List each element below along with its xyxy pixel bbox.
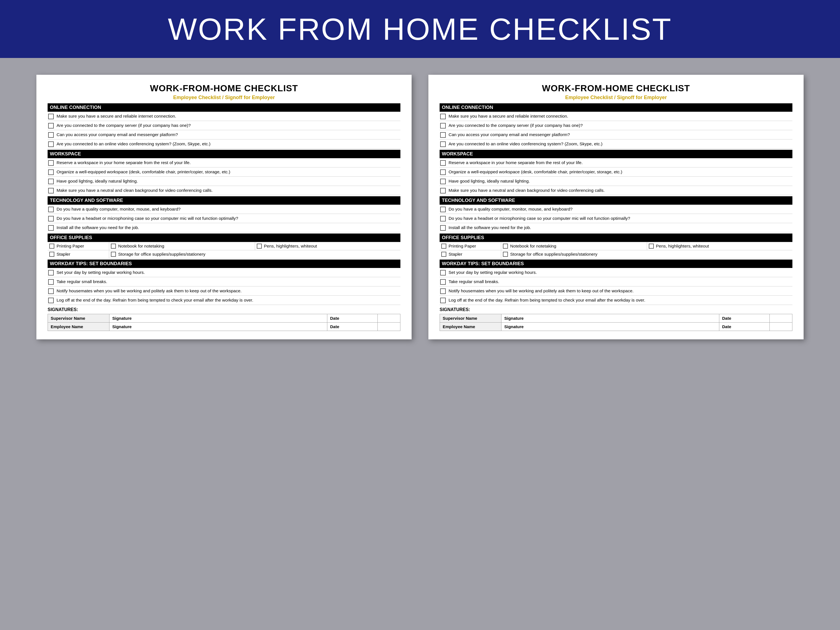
supply-label: Pens, highlighters, whiteout [656, 243, 709, 249]
supervisor-date-val [378, 314, 400, 322]
checklist-item: Take regular small breaks. [47, 277, 400, 286]
checkbox[interactable] [49, 243, 54, 249]
checkbox[interactable] [440, 216, 446, 221]
employee-name-label-2: Employee Name [443, 324, 475, 329]
office-supplies-row2-2: Stapler Storage for office supplies/supp… [440, 250, 793, 259]
item-text: Make sure you have a secure and reliable… [448, 113, 792, 119]
checklist-item: Set your day by setting regular working … [440, 268, 793, 277]
supply-label: Printing Paper [448, 243, 476, 249]
supply-label: Stapler [57, 252, 70, 257]
employee-sig-cell-2: Signature [502, 322, 719, 331]
checkbox[interactable] [440, 288, 446, 294]
checkbox[interactable] [257, 243, 262, 249]
item-text: Set your day by setting regular working … [448, 269, 792, 276]
item-text: Make sure you have a neutral and clean b… [57, 187, 400, 193]
checkbox[interactable] [48, 141, 54, 147]
section-header-workspace-1: WORKSPACE [47, 150, 400, 158]
checkbox[interactable] [49, 252, 54, 257]
checkbox[interactable] [48, 188, 54, 193]
checkbox[interactable] [440, 225, 446, 231]
checkbox[interactable] [440, 114, 446, 119]
checkbox[interactable] [503, 252, 508, 257]
employee-sig-label: Signature [112, 324, 132, 329]
checkbox[interactable] [48, 123, 54, 128]
checkbox[interactable] [111, 252, 116, 257]
checkbox[interactable] [48, 216, 54, 221]
checkbox[interactable] [503, 243, 508, 249]
checkbox[interactable] [440, 298, 446, 303]
checkbox[interactable] [48, 270, 54, 276]
os-cell: Notebook for notetaking [501, 242, 647, 250]
employee-date-label-2: Date [722, 324, 731, 329]
section-header-online-1: ONLINE CONNECTION [47, 103, 400, 112]
os-cell: Pens, highlighters, whiteout [255, 242, 401, 250]
checkbox[interactable] [440, 207, 446, 212]
employee-sig-cell: Signature [109, 322, 327, 331]
checkbox[interactable] [440, 160, 446, 166]
employee-date-label: Date [330, 324, 339, 329]
checklist-item: Are you connected to an online video con… [47, 139, 400, 149]
checklist-item: Do you have a headset or microphoning ca… [440, 214, 793, 223]
checkbox[interactable] [440, 270, 446, 276]
supply-label: Storage for office supplies/supplies/sta… [510, 252, 597, 257]
section-header-tech-1: TECHNOLOGY AND SOFTWARE [47, 196, 400, 205]
signatures-label-2: SIGNATURES: [440, 307, 793, 312]
checkbox[interactable] [48, 298, 54, 303]
item-text: Notify housemates when you will be worki… [448, 288, 792, 294]
item-text: Are you connected to the company server … [57, 122, 400, 128]
checklist-item: Make sure you have a secure and reliable… [47, 112, 400, 121]
checkbox[interactable] [48, 279, 54, 285]
checkbox[interactable] [111, 243, 116, 249]
os-cell: Stapler [440, 250, 501, 258]
os-cell: Stapler [47, 250, 109, 258]
checklist-item: Make sure you have a secure and reliable… [440, 112, 793, 121]
checkbox[interactable] [649, 243, 654, 249]
supply-label: Notebook for notetaking [118, 243, 164, 249]
os-cell: Notebook for notetaking [109, 242, 255, 250]
item-text: Organize a well-equipped workspace (desk… [448, 169, 792, 175]
checklist-item: Are you connected to the company server … [440, 121, 793, 130]
signatures-label-1: SIGNATURES: [47, 307, 400, 312]
checkbox[interactable] [48, 207, 54, 212]
checkbox[interactable] [440, 169, 446, 175]
checkbox[interactable] [48, 178, 54, 184]
checkbox[interactable] [440, 132, 446, 138]
checkbox[interactable] [440, 141, 446, 147]
checkbox[interactable] [441, 243, 446, 249]
checkbox[interactable] [48, 169, 54, 175]
checkbox[interactable] [48, 114, 54, 119]
checklist-item: Notify housemates when you will be worki… [440, 286, 793, 296]
item-text: Notify housemates when you will be worki… [57, 288, 400, 294]
employee-date-val [378, 322, 400, 331]
checkbox[interactable] [440, 279, 446, 285]
header-banner: WORK FROM HOME CHECKLIST [0, 0, 840, 58]
office-supplies-row2: Stapler Storage for office supplies/supp… [47, 250, 400, 259]
card-subtitle-1: Employee Checklist / Signoff for Employe… [47, 95, 400, 101]
checklist-item: Make sure you have a neutral and clean b… [440, 186, 793, 195]
checklist-card-1: WORK-FROM-HOME CHECKLIST Employee Checkl… [36, 75, 412, 339]
os-cell: Pens, highlighters, whiteout [647, 242, 793, 250]
checkbox[interactable] [441, 252, 446, 257]
checklist-item: Make sure you have a neutral and clean b… [47, 186, 400, 195]
main-content: WORK-FROM-HOME CHECKLIST Employee Checkl… [0, 58, 840, 356]
supply-label: Storage for office supplies/supplies/sta… [118, 252, 205, 257]
item-text: Log off at the end of the day. Refrain f… [448, 297, 792, 303]
item-text: Install all the software you need for th… [448, 224, 792, 231]
checklist-item: Organize a well-equipped workspace (desk… [440, 167, 793, 177]
checklist-item: Reserve a workspace in your home separat… [47, 158, 400, 167]
checkbox[interactable] [440, 123, 446, 128]
checkbox[interactable] [48, 132, 54, 138]
checkbox[interactable] [48, 288, 54, 294]
checklist-item: Take regular small breaks. [440, 277, 793, 286]
checkbox[interactable] [440, 178, 446, 184]
section-header-workday-1: WORKDAY TIPS: SET BOUNDARIES [47, 260, 400, 268]
section-header-supplies-2: OFFICE SUPPLIES [440, 234, 793, 242]
checklist-item: Can you access your company email and me… [47, 130, 400, 139]
signatures-section-2: Supervisor Name Signature Date Employee … [440, 314, 793, 331]
checkbox[interactable] [48, 225, 54, 231]
item-text: Make sure you have a neutral and clean b… [448, 187, 792, 193]
checkbox[interactable] [440, 188, 446, 193]
item-text: Do you have a quality computer, monitor,… [57, 206, 400, 212]
supervisor-date-val-2 [770, 314, 792, 322]
checkbox[interactable] [48, 160, 54, 166]
